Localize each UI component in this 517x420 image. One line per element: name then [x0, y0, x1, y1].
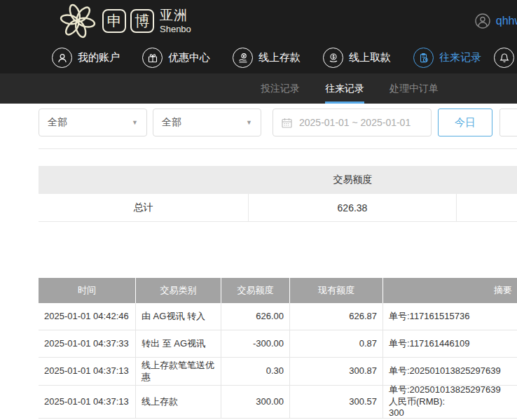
column-header-balance: 现有额度	[290, 278, 383, 303]
top-header: 申 博 亚洲 Shenbo qhhw	[0, 0, 517, 42]
withdraw-icon	[323, 48, 343, 68]
table-row: 2025-01-01 04:37:13 线上存款 300.00 300.57 单…	[39, 386, 517, 419]
filter-row: 全部 ▼ 全部 ▼ 2025-01-01 ~ 2025-01-01 今日 昨日	[39, 108, 517, 136]
bell-icon	[494, 48, 514, 68]
nav-item-my-account[interactable]: 我的账户	[52, 48, 120, 68]
cell-summary: 单号:202501013825297639	[383, 358, 517, 385]
table-row: 2025-01-01 04:37:13 线上存款笔笔送优惠 0.30 300.8…	[39, 358, 517, 386]
table-row: 2025-01-01 04:42:46 由 AG视讯 转入 626.00 626…	[39, 303, 517, 330]
cell-amount: -300.00	[221, 330, 290, 357]
transaction-records-page: 申 博 亚洲 Shenbo qhhw	[0, 0, 517, 420]
cell-type: 线上存款	[136, 386, 221, 418]
deposit-icon	[233, 48, 253, 68]
column-header-summary: 摘要	[383, 278, 517, 303]
nav-item-label: 我的账户	[78, 51, 120, 64]
summary-header-empty	[39, 166, 249, 194]
brand-char-shen: 申	[102, 9, 126, 33]
cell-amount: 626.00	[221, 303, 290, 330]
calendar-icon	[281, 117, 293, 129]
chevron-down-icon: ▼	[246, 119, 252, 126]
cell-amount: 0.30	[221, 358, 290, 385]
tab-processing-orders[interactable]: 处理中订单	[390, 74, 439, 104]
nav-item-records[interactable]: 往来记录	[413, 48, 481, 68]
brand-flower-icon	[57, 1, 98, 41]
nav-item-label: 线上取款	[349, 51, 391, 64]
brand-subtitle: Shenbo	[160, 24, 191, 34]
nav-item-promotions[interactable]: 优惠中心	[142, 48, 210, 68]
cell-type: 转出 至 AG视讯	[136, 330, 221, 357]
nav-item-label: 优惠中心	[168, 51, 210, 64]
tab-transaction-records[interactable]: 往来记录	[325, 74, 364, 104]
cell-type: 线上存款笔笔送优惠	[136, 358, 221, 385]
cell-time: 2025-01-01 04:42:46	[39, 303, 136, 330]
brand-region-label: 亚洲	[160, 8, 191, 22]
table-row: 2025-01-01 04:37:33 转出 至 AG视讯 -300.00 0.…	[39, 330, 517, 358]
transaction-type-dropdown-2[interactable]: 全部 ▼	[153, 108, 261, 136]
cell-time: 2025-01-01 04:37:13	[39, 358, 136, 385]
cell-summary: 单号:117161515736	[383, 303, 517, 330]
cell-amount: 300.00	[221, 386, 290, 418]
summary-table: 交易额度 总计 626.38	[39, 166, 517, 222]
yesterday-button[interactable]: 昨日	[499, 108, 517, 136]
account-menu[interactable]: qhhw	[474, 0, 517, 42]
summary-empty-cell	[457, 194, 517, 221]
gift-icon	[142, 48, 163, 68]
cell-balance: 626.87	[290, 303, 383, 330]
cell-summary: 单号:202501013825297639 人民币(RMB): 300	[383, 386, 517, 418]
records-tabbar: 投注记录 往来记录 处理中订单	[0, 74, 517, 104]
column-header-type: 交易类别	[136, 278, 221, 303]
user-avatar-icon	[474, 13, 491, 29]
nav-item-label: 往来记录	[439, 51, 481, 64]
user-icon	[52, 48, 72, 68]
notifications-button[interactable]	[494, 48, 514, 68]
section-divider	[39, 148, 517, 149]
main-navigation: 我的账户 优惠中心 线上存款	[0, 42, 517, 74]
cell-time: 2025-01-01 04:37:13	[39, 386, 136, 418]
cell-balance: 300.57	[290, 386, 383, 418]
nav-item-withdraw[interactable]: 线上取款	[323, 48, 391, 68]
brand-region: 亚洲 Shenbo	[160, 8, 191, 34]
dropdown-value: 全部	[48, 116, 67, 129]
cell-balance: 300.87	[290, 358, 383, 385]
brand-logo[interactable]: 申 博 亚洲 Shenbo	[57, 0, 219, 42]
cell-type: 由 AG视讯 转入	[136, 303, 221, 330]
date-range-value: 2025-01-01 ~ 2025-01-01	[299, 117, 411, 128]
records-icon	[413, 48, 434, 68]
today-button[interactable]: 今日	[438, 108, 492, 136]
summary-amount-header: 交易额度	[249, 166, 457, 194]
summary-total-label: 总计	[39, 194, 249, 221]
column-header-time: 时间	[39, 278, 136, 303]
summary-header-empty	[457, 166, 517, 194]
transaction-type-dropdown-1[interactable]: 全部 ▼	[39, 108, 147, 136]
nav-item-label: 线上存款	[258, 51, 301, 64]
summary-header-row: 交易额度	[39, 166, 517, 194]
cell-time: 2025-01-01 04:37:33	[39, 330, 136, 357]
tab-betting-records[interactable]: 投注记录	[261, 74, 300, 104]
brand-char-bo: 博	[130, 9, 154, 33]
chevron-down-icon: ▼	[132, 119, 138, 126]
date-range-input[interactable]: 2025-01-01 ~ 2025-01-01	[273, 108, 432, 136]
summary-total-row: 总计 626.38	[39, 194, 517, 222]
summary-total-value: 626.38	[249, 194, 457, 221]
cell-balance: 0.87	[290, 330, 383, 357]
nav-item-deposit[interactable]: 线上存款	[233, 48, 301, 68]
dropdown-value: 全部	[162, 116, 181, 129]
username-text: qhhw	[496, 15, 517, 27]
transactions-header-row: 时间 交易类别 交易额度 现有额度 摘要	[39, 278, 517, 303]
cell-summary: 单号:117161446109	[383, 330, 517, 357]
transactions-table: 时间 交易类别 交易额度 现有额度 摘要 2025-01-01 04:42:46…	[39, 278, 517, 419]
column-header-amount: 交易额度	[221, 278, 290, 303]
